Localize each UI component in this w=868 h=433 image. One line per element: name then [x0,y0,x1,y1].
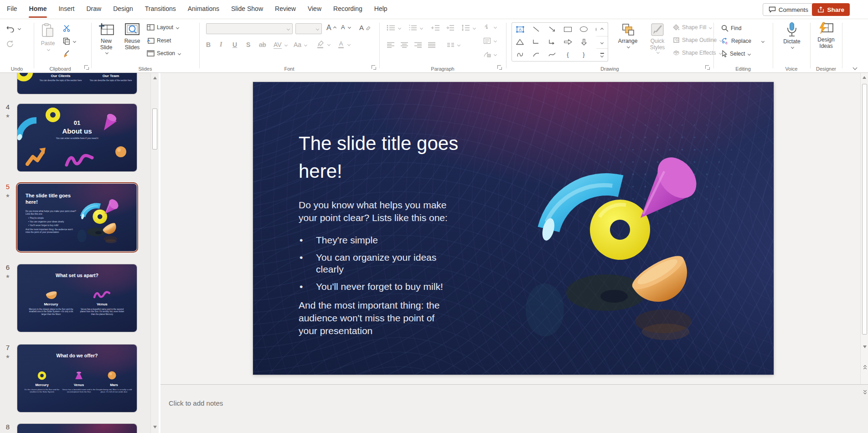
line-shape[interactable] [529,23,543,36]
collapse-ribbon-button[interactable] [853,64,857,72]
left-brace-shape[interactable]: { [561,48,575,61]
shapes-gallery-scroll [596,22,608,62]
main-scroll-thumb[interactable] [862,84,867,335]
layout-button[interactable]: Layout [147,24,179,31]
format-painter-button[interactable] [63,50,71,58]
bowl-shape [45,289,58,300]
elbow-connector-shape[interactable] [529,36,543,48]
tab-recording[interactable]: Recording [327,0,368,18]
font-name-combo [206,23,293,34]
tab-transitions[interactable]: Transitions [139,0,182,18]
intro-paragraph: Do you know what helps you make your poi… [299,199,490,224]
slide-5-thumbnail[interactable]: The slide title goes here! Do you know w… [17,184,137,251]
notes-placeholder[interactable]: Click to add notes [169,399,223,407]
title-menu-bar: FileHomeInsertDrawDesignTransitionsAnima… [0,0,868,19]
replace-button[interactable]: bc Replace [721,37,764,45]
shape-effects-icon [673,50,680,56]
main-scrollbar[interactable] [860,73,868,384]
tab-draw[interactable]: Draw [80,0,107,18]
slide-body-text[interactable]: Do you know what helps you make your poi… [299,199,490,337]
slide-title[interactable]: The slide title goes here! [299,129,527,185]
slide-4-thumbnail[interactable]: 01 About us You can enter a subtitle her… [17,104,137,171]
text-box-shape[interactable]: A [513,23,527,36]
tab-review[interactable]: Review [269,0,302,18]
oval-shape[interactable] [577,23,591,36]
gallery-scroll-up-button[interactable] [596,23,608,36]
dictate-button[interactable]: Dictate [779,22,805,48]
tab-design[interactable]: Design [107,0,139,18]
thumb-title: About us [31,127,123,135]
elbow-arrow-connector-shape[interactable] [545,36,559,48]
share-button[interactable]: Share [812,3,850,16]
thumb-title: The slide title goes here! [26,193,82,205]
line-arrow-shape[interactable] [545,23,559,36]
slide-7-thumbnail[interactable]: What do we offer? Mercury It's the close… [17,345,137,412]
group-label-font: Font [199,66,379,72]
group-label-undo: Undo [0,66,34,72]
grow-font-button[interactable]: A [326,24,336,32]
new-slide-button[interactable]: New Slide [94,23,119,54]
slide-6-thumbnail[interactable]: What set us apart? Mercury Mercury is th… [17,264,137,332]
scribble-shape [93,290,110,299]
rectangle-shape[interactable] [561,23,575,36]
slide-8-thumbnail[interactable] [17,424,137,433]
slide-canvas[interactable]: The slide title goes here! Do you know w… [253,82,774,375]
col-text: Despite being red, Mars is actually a co… [96,388,132,393]
comments-button[interactable]: Comments [763,3,814,16]
shrink-font-button[interactable]: A [341,24,351,31]
col-text: Mercury is the closest planet to the Sun… [28,308,74,316]
ribbon: Undo Paste Clipboard New Slide Reuse Sli… [0,19,868,73]
bullet-item: They're simple [299,234,490,246]
clear-formatting-button[interactable]: A [359,24,371,31]
arrange-button[interactable]: Arrange [614,23,642,48]
change-case-button: Aa [294,41,307,48]
increase-indent-button [446,25,455,31]
copy-button[interactable] [63,37,76,45]
group-label-voice: Voice [773,66,810,72]
select-button[interactable]: Select [721,50,750,57]
right-brace-shape[interactable]: } [577,48,591,61]
triangle-shape[interactable] [513,36,527,48]
section-title: Our Team [86,74,136,78]
panel-scroll-down-button[interactable] [151,422,159,432]
gallery-more-button[interactable] [596,49,608,61]
thumb-title: What do we offer? [17,353,137,359]
design-ideas-button[interactable]: Design Ideas [811,22,841,49]
right-arrow-shape[interactable] [561,36,575,48]
shapes-gallery[interactable]: A { } [512,22,608,62]
cut-button[interactable] [63,25,70,32]
notes-pane[interactable]: Click to add notes [160,384,868,433]
main-scroll-up-button[interactable] [861,73,868,82]
previous-slide-button[interactable] [861,362,868,373]
underline-button: U [232,41,237,48]
section-title: Our Clients [36,74,86,78]
thumb-title: What set us apart? [17,273,137,278]
scribble-shape[interactable] [513,48,527,61]
next-slide-button[interactable] [861,387,868,397]
undo-button[interactable] [6,25,21,32]
main-scroll-down-button[interactable] [861,343,868,351]
reset-button[interactable]: Reset [147,37,171,44]
find-button[interactable]: Find [721,25,741,32]
gallery-scroll-down-button[interactable] [596,36,608,49]
tab-insert[interactable]: Insert [52,0,80,18]
reuse-slides-button[interactable]: Reuse Slides [119,23,145,51]
bold-button: B [206,41,211,48]
tab-file[interactable]: File [1,0,23,18]
panel-scrollbar[interactable] [150,73,159,433]
tab-help[interactable]: Help [368,0,393,18]
panel-scroll-thumb[interactable] [152,108,157,149]
tab-slide-show[interactable]: Slide Show [225,0,269,18]
panel-scroll-up-button[interactable] [151,73,159,83]
down-arrow-shape[interactable] [577,36,591,48]
tab-animations[interactable]: Animations [182,0,225,18]
design-ideas-icon [818,22,834,36]
curve-shape[interactable] [545,48,559,61]
bullet-item: You'll never forget to buy milk! [299,281,490,293]
arc-shape[interactable] [529,48,543,61]
paste-button: Paste [37,23,58,51]
tab-view[interactable]: View [302,0,327,18]
tab-home[interactable]: Home [23,0,53,18]
thumb-bullet: • They're simple [26,217,77,220]
section-button[interactable]: Section [147,50,181,57]
